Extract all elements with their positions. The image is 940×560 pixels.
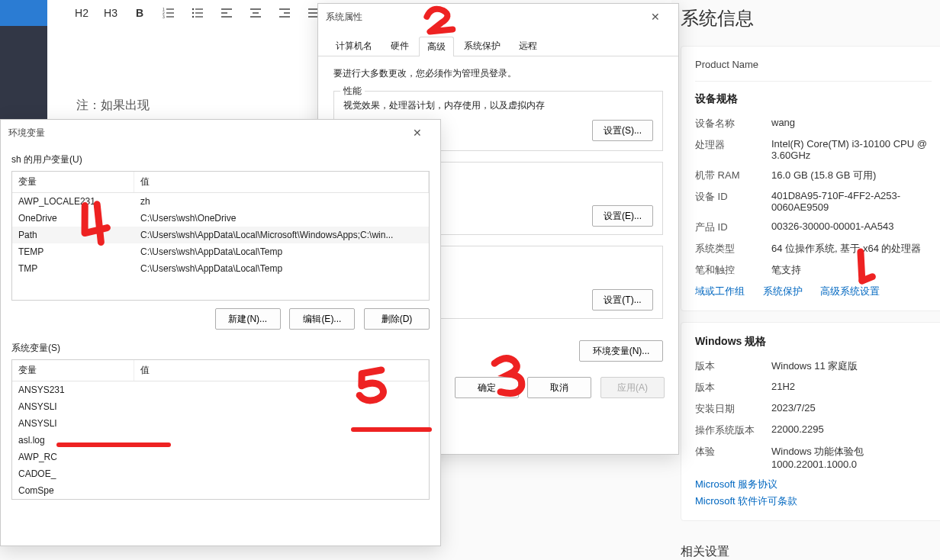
- cancel-button[interactable]: 取消: [527, 377, 591, 398]
- link-ms-license[interactable]: Microsoft 软件许可条款: [695, 494, 932, 508]
- tab-hardware[interactable]: 硬件: [382, 36, 417, 56]
- spec-row: 系统类型64 位操作系统, 基于 x64 的处理器: [695, 242, 932, 256]
- spec-val: 16.0 GB (15.8 GB 可用): [771, 169, 876, 182]
- align-left-icon[interactable]: [214, 3, 240, 23]
- env-row[interactable]: ComSpe: [12, 482, 429, 499]
- ok-button[interactable]: 确定: [455, 377, 519, 398]
- spec-key: 产品 ID: [695, 220, 771, 234]
- perf-settings-button[interactable]: 设置(S)...: [592, 120, 653, 141]
- link-advanced-settings[interactable]: 高级系统设置: [820, 285, 880, 297]
- env-row[interactable]: OneDriveC:\Users\wsh\OneDrive: [12, 210, 429, 227]
- env-key: TMP: [12, 260, 134, 277]
- env-key: AWP_RC: [12, 449, 134, 465]
- env-key: TEMP: [12, 243, 134, 260]
- spec-links: 域或工作组 系统保护 高级系统设置: [695, 285, 932, 298]
- close-icon[interactable]: ✕: [402, 120, 433, 146]
- user-vars-label: sh 的用户变量(U): [1, 146, 440, 171]
- startup-settings-button[interactable]: 设置(T)...: [592, 289, 653, 311]
- spec-row: 设备 ID401D8A95-710F-4FF2-A253-0060AE9509: [695, 190, 932, 213]
- sys-vars-label: 系统变量(S): [1, 337, 440, 359]
- spec-key: 机带 RAM: [695, 169, 771, 182]
- user-new-button[interactable]: 新建(N)...: [215, 308, 281, 330]
- spec-row: 设备名称wang: [695, 117, 932, 130]
- env-key: ANSYSLI: [12, 415, 134, 432]
- editor-toolbar: H2 H3 B 123: [69, 3, 356, 23]
- spec-key: 安装日期: [695, 402, 771, 416]
- link-ms-terms[interactable]: Microsoft 服务协议: [695, 478, 932, 491]
- sidebar-accent: [0, 0, 47, 26]
- env-val: zh: [134, 193, 429, 210]
- env-row[interactable]: CADOE_: [12, 465, 429, 482]
- spec-row: 处理器Intel(R) Core(TM) i3-10100 CPU @ 3.60…: [695, 138, 932, 161]
- env-val: [134, 432, 429, 449]
- env-row[interactable]: AWP_RC: [12, 449, 429, 465]
- editor-note-text: 注：如果出现: [76, 98, 150, 114]
- win-spec-row: 体验Windows 功能体验包 1000.22001.1000.0: [695, 445, 932, 470]
- env-key: OneDrive: [12, 210, 134, 227]
- env-val: [134, 465, 429, 482]
- env-row[interactable]: TEMPC:\Users\wsh\AppData\Local\Temp: [12, 243, 429, 260]
- h3-button[interactable]: H3: [98, 3, 124, 23]
- user-vars-table[interactable]: 变量 值 AWP_LOCALE231zhOneDriveC:\Users\wsh…: [11, 171, 430, 301]
- ordered-list-icon[interactable]: 123: [156, 3, 182, 23]
- env-row[interactable]: TMPC:\Users\wsh\AppData\Local\Temp: [12, 260, 429, 277]
- tab-remote[interactable]: 远程: [510, 36, 546, 56]
- spec-val: 64 位操作系统, 基于 x64 的处理器: [771, 242, 921, 256]
- spec-key: 设备 ID: [695, 190, 771, 213]
- env-row[interactable]: ANSYS231: [12, 381, 429, 398]
- spec-row: 机带 RAM16.0 GB (15.8 GB 可用): [695, 169, 932, 182]
- dialog-title-text: 系统属性: [326, 4, 362, 30]
- apply-button[interactable]: 应用(A): [600, 377, 665, 398]
- win-spec-row: 安装日期2023/7/25: [695, 402, 932, 416]
- spec-key: 体验: [695, 445, 771, 470]
- tab-computer-name[interactable]: 计算机名: [327, 36, 381, 56]
- env-vars-button[interactable]: 环境变量(N)...: [579, 340, 663, 362]
- spec-row: 产品 ID00326-30000-00001-AA543: [695, 220, 932, 234]
- close-icon[interactable]: ✕: [640, 4, 671, 30]
- th-val[interactable]: 值: [134, 172, 429, 192]
- spec-val: Intel(R) Core(TM) i3-10100 CPU @ 3.60GHz: [771, 138, 932, 161]
- th-var-sys[interactable]: 变量: [12, 360, 134, 381]
- win-spec-title: Windows 规格: [695, 335, 932, 349]
- align-center-icon[interactable]: [243, 3, 269, 23]
- align-right-icon[interactable]: [272, 3, 298, 23]
- tab-advanced[interactable]: 高级: [419, 37, 454, 56]
- th-var[interactable]: 变量: [12, 172, 134, 192]
- spec-val: 2023/7/25: [771, 402, 816, 416]
- env-row[interactable]: AWP_LOCALE231zh: [12, 193, 429, 210]
- spec-key: 系统类型: [695, 242, 771, 256]
- env-row[interactable]: ANSYSLI: [12, 398, 429, 415]
- envvars-title: 环境变量: [8, 120, 45, 146]
- user-edit-button[interactable]: 编辑(E)...: [289, 308, 355, 330]
- annotation-underline-path: [56, 443, 171, 447]
- svg-point-11: [192, 16, 194, 18]
- h2-button[interactable]: H2: [69, 3, 95, 23]
- profile-settings-button[interactable]: 设置(E)...: [592, 205, 653, 227]
- spec-row: 笔和触控笔支持: [695, 263, 932, 277]
- spec-val: wang: [771, 117, 795, 130]
- env-val: C:\Users\wsh\AppData\Local\Microsoft\Win…: [134, 227, 429, 243]
- spec-key: 版本: [695, 359, 771, 373]
- env-val: C:\Users\wsh\AppData\Local\Temp: [134, 260, 429, 277]
- win-spec-row: 版本21H2: [695, 381, 932, 394]
- admin-hint: 要进行大多数更改，您必须作为管理员登录。: [333, 67, 663, 80]
- env-row[interactable]: PathC:\Users\wsh\AppData\Local\Microsoft…: [12, 227, 429, 243]
- link-domain[interactable]: 域或工作组: [695, 285, 745, 297]
- tab-sysprotect[interactable]: 系统保护: [456, 36, 509, 56]
- device-spec-card: Product Name 设备规格 设备名称wang处理器Intel(R) Co…: [681, 46, 940, 311]
- th-val-sys[interactable]: 值: [134, 360, 429, 381]
- env-key: ANSYSLI: [12, 398, 134, 415]
- user-delete-button[interactable]: 删除(D): [364, 308, 430, 330]
- perf-title: 性能: [340, 85, 365, 98]
- svg-point-9: [192, 8, 194, 10]
- bold-button[interactable]: B: [127, 3, 153, 23]
- env-vars-dialog: 环境变量 ✕ sh 的用户变量(U) 变量 值 AWP_LOCALE231zhO…: [0, 119, 441, 546]
- perf-desc: 视觉效果，处理器计划，内存使用，以及虚拟内存: [343, 99, 653, 112]
- link-sysprotect[interactable]: 系统保护: [763, 285, 803, 297]
- annotation-underline-new: [351, 427, 432, 432]
- system-info-panel: 系统信息 Product Name 设备规格 设备名称wang处理器Intel(…: [671, 0, 940, 560]
- page-title: 系统信息: [681, 6, 940, 31]
- unordered-list-icon[interactable]: [185, 3, 211, 23]
- spec-val: 22000.2295: [771, 423, 824, 437]
- env-val: [134, 398, 429, 415]
